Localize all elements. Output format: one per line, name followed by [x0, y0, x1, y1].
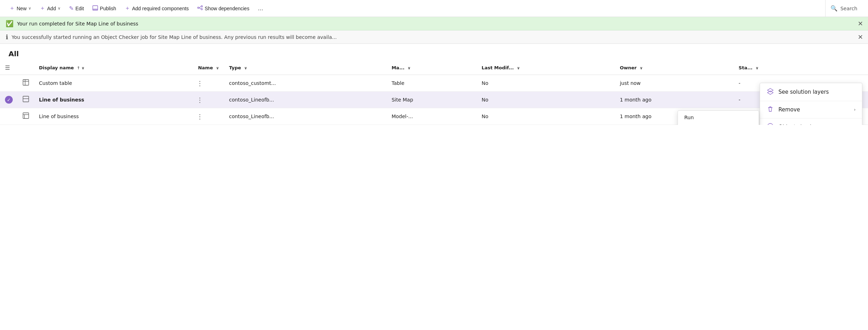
- svg-rect-0: [93, 6, 98, 9]
- row-check-3[interactable]: [0, 108, 18, 125]
- table-icon: [23, 80, 29, 87]
- menu-item-remove[interactable]: Remove ›: [760, 101, 862, 118]
- svg-point-2: [198, 7, 199, 8]
- row-type-2: Site Map: [387, 92, 476, 108]
- svg-point-4: [201, 8, 202, 10]
- table-row[interactable]: Custom table ⋮ contoso_customt... Table …: [0, 75, 868, 92]
- row-more-2[interactable]: ⋮: [194, 95, 205, 104]
- svg-point-3: [201, 6, 202, 7]
- col-status[interactable]: Sta... ∨: [734, 61, 820, 75]
- publish-icon: [92, 5, 98, 12]
- row-name-2: contoso_Lineofb...: [224, 92, 387, 108]
- col-last-modified[interactable]: Last Modif... ∨: [477, 61, 615, 75]
- mi-left-layers: See solution layers: [766, 88, 829, 96]
- mi-left-remove: Remove: [766, 106, 800, 114]
- col-type[interactable]: Type ∨: [224, 61, 387, 75]
- selected-check: ✓: [5, 96, 13, 104]
- row-dots-1[interactable]: ⋮: [193, 75, 224, 92]
- col-managed[interactable]: Ma... ∨: [387, 61, 476, 75]
- row-more-1[interactable]: ⋮: [194, 79, 205, 88]
- status-sort: ∨: [755, 66, 759, 70]
- object-checker-chevron: ›: [854, 125, 856, 125]
- main-content: All ☰ Display name ↑ ∨ Name ∨ Type ∨: [0, 44, 868, 125]
- close-success-button[interactable]: ✕: [858, 21, 863, 27]
- svg-rect-7: [23, 80, 29, 85]
- managed-sort: ∨: [407, 66, 411, 70]
- svg-rect-12: [23, 113, 29, 118]
- col-owner[interactable]: Owner ∨: [615, 61, 734, 75]
- add-chevron: ∨: [58, 6, 61, 11]
- dependencies-icon: [197, 5, 203, 12]
- check-icon: ✅: [6, 20, 13, 27]
- new-button[interactable]: ＋ New ∨: [6, 2, 35, 14]
- run-dropdown: Run View results: [678, 110, 759, 125]
- search-button[interactable]: 🔍 Search: [825, 0, 862, 17]
- toolbar: ＋ New ∨ ＋ Add ∨ ✎ Edit Publish ＋ Add req…: [0, 0, 868, 17]
- model-icon: [23, 114, 29, 120]
- name-sort: ∨: [216, 66, 219, 70]
- table-row[interactable]: ✓ Line of business ⋮ contoso_Lineofb... …: [0, 92, 868, 108]
- row-more-3[interactable]: ⋮: [194, 112, 205, 121]
- row-type-3: Model-...: [387, 108, 476, 125]
- col-display-name[interactable]: Display name ↑ ∨: [34, 61, 193, 75]
- row-display-name-1: Custom table: [34, 75, 193, 92]
- add-button[interactable]: ＋ Add ∨: [36, 2, 64, 14]
- row-display-name-2: Line of business: [34, 92, 193, 108]
- show-dependencies-button[interactable]: Show dependencies: [194, 3, 253, 14]
- row-dots-2[interactable]: ⋮: [193, 92, 224, 108]
- show-dependencies-label: Show dependencies: [205, 6, 249, 11]
- display-name-sort: ↑ ∨: [77, 66, 85, 70]
- publish-button[interactable]: Publish: [89, 3, 120, 14]
- remove-label: Remove: [778, 106, 800, 113]
- row-managed-3: No: [477, 108, 615, 125]
- notification-info-text: You successfully started running an Obje…: [12, 34, 337, 40]
- svg-rect-1: [93, 9, 98, 10]
- object-checker-label: Object checker: [778, 124, 818, 125]
- mi-left-checker: Object checker: [766, 123, 818, 125]
- row-icon-3: [18, 108, 34, 125]
- publish-label: Publish: [100, 6, 116, 11]
- search-label: Search: [840, 6, 857, 11]
- row-managed-2: No: [477, 92, 615, 108]
- row-dots-3[interactable]: ⋮: [193, 108, 224, 125]
- plus-icon: ＋: [9, 5, 15, 12]
- row-last-modified-1: just now: [615, 75, 734, 92]
- info-icon: ℹ: [6, 33, 8, 41]
- svg-marker-16: [767, 91, 773, 94]
- section-heading: All: [0, 44, 868, 61]
- new-label: New: [17, 6, 27, 11]
- row-name-1: contoso_customt...: [224, 75, 387, 92]
- row-managed-1: No: [477, 75, 615, 92]
- more-button[interactable]: ...: [254, 2, 267, 14]
- edit-button[interactable]: ✎ Edit: [65, 3, 87, 14]
- close-info-button[interactable]: ✕: [858, 34, 863, 40]
- last-modified-sort: ∨: [517, 66, 520, 70]
- trash-icon: [766, 106, 774, 114]
- add-plus-icon: ＋: [40, 5, 45, 12]
- menu-item-object-checker[interactable]: Object checker ›: [760, 118, 862, 125]
- info-notification: ℹ You successfully started running an Ob…: [0, 30, 868, 44]
- remove-chevron: ›: [854, 107, 856, 112]
- col-name[interactable]: Name ∨: [193, 61, 224, 75]
- success-notification: ✅ Your run completed for Site Map Line o…: [0, 17, 868, 30]
- row-display-name-3: Line of business: [34, 108, 193, 125]
- checker-icon: [766, 123, 774, 125]
- notification-success-text: Your run completed for Site Map Line of …: [17, 21, 138, 27]
- svg-rect-10: [23, 96, 29, 102]
- row-type-1: Table: [387, 75, 476, 92]
- row-check-2[interactable]: ✓: [0, 92, 18, 108]
- layers-icon: [766, 88, 774, 96]
- type-sort: ∨: [244, 66, 247, 70]
- row-check-1[interactable]: [0, 75, 18, 92]
- search-icon: 🔍: [830, 5, 838, 12]
- sitemap-icon: [23, 97, 29, 104]
- col-check: ☰: [0, 61, 18, 75]
- add-required-button[interactable]: ＋ Add required components: [121, 2, 192, 14]
- all-heading: All: [8, 50, 19, 58]
- row-icon-2: [18, 92, 34, 108]
- list-icon: ☰: [5, 64, 10, 71]
- menu-item-see-solution-layers[interactable]: See solution layers: [760, 83, 862, 101]
- add-required-label: Add required components: [132, 6, 189, 11]
- run-item[interactable]: Run: [678, 111, 759, 124]
- more-label: ...: [258, 5, 263, 12]
